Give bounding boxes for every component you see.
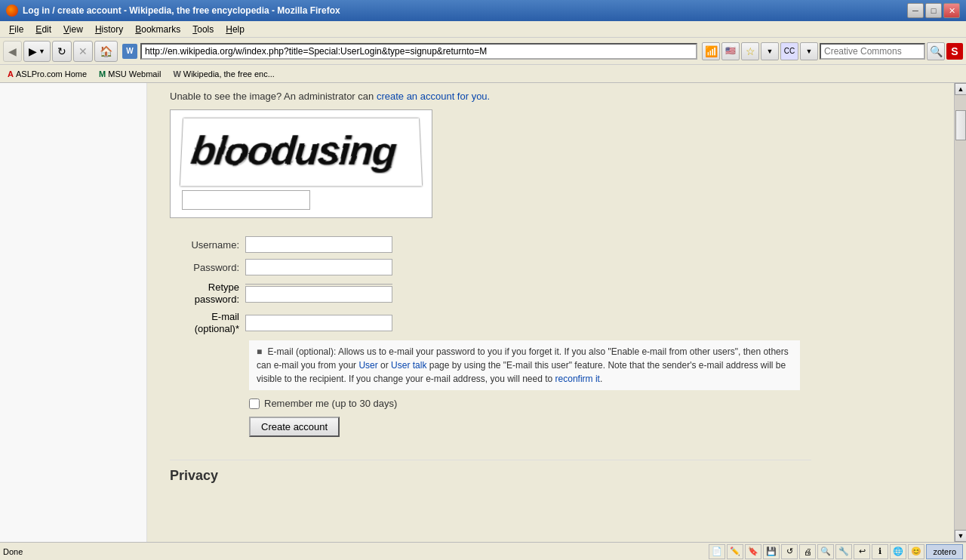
- retype-label: Retype password:: [170, 282, 245, 305]
- captcha-input[interactable]: [182, 190, 310, 210]
- password-input[interactable]: [245, 259, 392, 275]
- bookmark-msu[interactable]: M MSU Webmail: [94, 68, 165, 80]
- window-title: Log in / create account - Wikipedia, the…: [23, 5, 340, 16]
- forward-button[interactable]: ▶ ▼: [23, 41, 51, 62]
- password-row: Password:: [170, 259, 811, 275]
- cc-icon[interactable]: CC: [780, 42, 798, 60]
- refresh-button[interactable]: ↻: [52, 41, 72, 62]
- stop-button[interactable]: ✕: [73, 41, 93, 62]
- remember-row: Remember me (up to 30 days): [249, 398, 811, 409]
- menu-edit[interactable]: Edit: [29, 23, 57, 36]
- maximize-button[interactable]: □: [925, 3, 942, 18]
- firefox-icon: [6, 5, 18, 17]
- title-bar: Log in / create account - Wikipedia, the…: [0, 0, 966, 21]
- status-find-icon[interactable]: 🔍: [817, 544, 834, 559]
- status-edit-icon[interactable]: ✏️: [727, 544, 743, 559]
- create-account-link[interactable]: create an account for you.: [377, 91, 490, 102]
- nav-right-icons: 📶 🇺🇸 ☆ ▼ CC ▼ 🔍 S: [702, 42, 963, 60]
- menu-file[interactable]: File: [3, 23, 29, 36]
- status-refresh-icon[interactable]: ↺: [781, 544, 798, 559]
- back-button[interactable]: ◀: [3, 41, 22, 62]
- scroll-up-button[interactable]: ▲: [955, 83, 966, 95]
- url-protocol-icon: W: [122, 44, 137, 59]
- status-smiley-icon[interactable]: 😊: [908, 544, 924, 559]
- s-icon[interactable]: S: [946, 43, 963, 60]
- forward-arrow-icon: ▶: [29, 45, 37, 57]
- bookmark-wikipedia[interactable]: W Wikipedia, the free enc...: [168, 68, 278, 80]
- user-talk-link[interactable]: User talk: [391, 360, 426, 371]
- menu-tools[interactable]: Tools: [186, 23, 220, 36]
- username-label: Username:: [170, 239, 245, 251]
- privacy-section: Privacy: [170, 460, 811, 484]
- svg-text:bloodusing: bloodusing: [189, 128, 398, 173]
- status-bar: Done 📄 ✏️ 🔖 💾 ↺ 🖨 🔍 🔧 ↩ ℹ 🌐 😊 zotero: [0, 542, 966, 560]
- wiki-sidebar: [0, 83, 147, 542]
- remember-label: Remember me (up to 30 days): [264, 398, 397, 409]
- captcha-svg: bloodusing: [187, 122, 416, 174]
- privacy-title: Privacy: [170, 468, 218, 483]
- menu-history[interactable]: History: [89, 23, 129, 36]
- rss-icon[interactable]: 📶: [702, 42, 720, 60]
- scroll-down-button[interactable]: ▼: [955, 530, 966, 542]
- search-button[interactable]: 🔍: [927, 42, 945, 60]
- scroll-thumb[interactable]: [955, 110, 966, 140]
- home-button[interactable]: 🏠: [94, 41, 118, 62]
- close-button[interactable]: ✕: [943, 3, 960, 18]
- bookmark-wikipedia-label: Wikipedia, the free enc...: [183, 69, 275, 78]
- url-input[interactable]: [140, 43, 697, 60]
- bookmarks-bar: A ASLPro.com Home M MSU Webmail W Wikipe…: [0, 65, 966, 83]
- status-info-icon[interactable]: ℹ: [872, 544, 888, 559]
- user-link[interactable]: User: [358, 360, 377, 371]
- bookmark-msu-label: MSU Webmail: [108, 69, 161, 78]
- password-label: Password:: [170, 262, 245, 273]
- status-print-icon[interactable]: 🖨: [799, 544, 816, 559]
- page-wrapper: Unable to see the image? An administrato…: [0, 83, 966, 542]
- remember-checkbox[interactable]: [249, 398, 260, 409]
- scroll-track[interactable]: [955, 95, 966, 530]
- search-input[interactable]: [820, 43, 925, 60]
- nav-bar: ◀ ▶ ▼ ↻ ✕ 🏠 W 📶 🇺🇸 ☆ ▼ CC ▼ 🔍 S: [0, 38, 966, 65]
- status-page-icon[interactable]: 📄: [709, 544, 725, 559]
- captcha-box: bloodusing: [170, 109, 432, 218]
- menu-bookmarks[interactable]: Bookmarks: [129, 23, 186, 36]
- forward-dropdown-icon: ▼: [38, 48, 45, 55]
- status-bookmark-icon[interactable]: 🔖: [745, 544, 761, 559]
- zotero-bar: zotero: [926, 544, 963, 559]
- bookmark-aslpro-label: ASLPro.com Home: [16, 69, 87, 78]
- star-icon[interactable]: ☆: [741, 42, 759, 60]
- menu-view[interactable]: View: [57, 23, 89, 36]
- create-account-button[interactable]: Create account: [249, 417, 340, 437]
- status-save-icon[interactable]: 💾: [763, 544, 780, 559]
- star-dropdown-icon[interactable]: ▼: [761, 42, 779, 60]
- email-bullet-icon: ■: [257, 346, 262, 357]
- reconfirm-link[interactable]: reconfirm it: [555, 374, 600, 384]
- wikipedia-icon: W: [173, 69, 180, 78]
- status-undo-icon[interactable]: ↩: [854, 544, 870, 559]
- status-icons: 📄 ✏️ 🔖 💾 ↺ 🖨 🔍 🔧 ↩ ℹ 🌐 😊 zotero: [709, 544, 963, 559]
- status-tools-icon[interactable]: 🔧: [835, 544, 852, 559]
- menu-help[interactable]: Help: [220, 23, 251, 36]
- username-row: Username:: [170, 236, 811, 253]
- email-info: ■ E-mail (optional): Allows us to e-mail…: [249, 340, 800, 390]
- url-bar-container: W: [122, 43, 697, 60]
- captcha-notice: Unable to see the image? An administrato…: [170, 91, 811, 102]
- retype-password-input[interactable]: [245, 286, 392, 303]
- captcha-image: bloodusing: [180, 118, 422, 186]
- status-text: Done: [3, 547, 706, 556]
- username-input[interactable]: [245, 236, 392, 253]
- wiki-main: Unable to see the image? An administrato…: [147, 83, 954, 542]
- back-arrow-icon: ◀: [8, 45, 17, 57]
- country-icon[interactable]: 🇺🇸: [721, 42, 740, 60]
- email-row: E-mail (optional)*: [170, 311, 811, 334]
- minimize-button[interactable]: ─: [907, 3, 924, 18]
- aslpro-icon: A: [8, 69, 14, 78]
- form-section: Username: Password: Retype password:: [170, 236, 811, 437]
- right-scrollbar: ▲ ▼: [954, 83, 966, 542]
- bookmark-aslpro[interactable]: A ASLPro.com Home: [3, 68, 91, 80]
- status-globe-icon[interactable]: 🌐: [890, 544, 906, 559]
- menu-bar: File Edit View History Bookmarks Tools H…: [0, 21, 966, 38]
- wiki-content: Unable to see the image? An administrato…: [147, 83, 826, 499]
- retype-row: Retype password:: [170, 282, 811, 305]
- email-input[interactable]: [245, 315, 392, 331]
- cc-dropdown-icon[interactable]: ▼: [800, 42, 818, 60]
